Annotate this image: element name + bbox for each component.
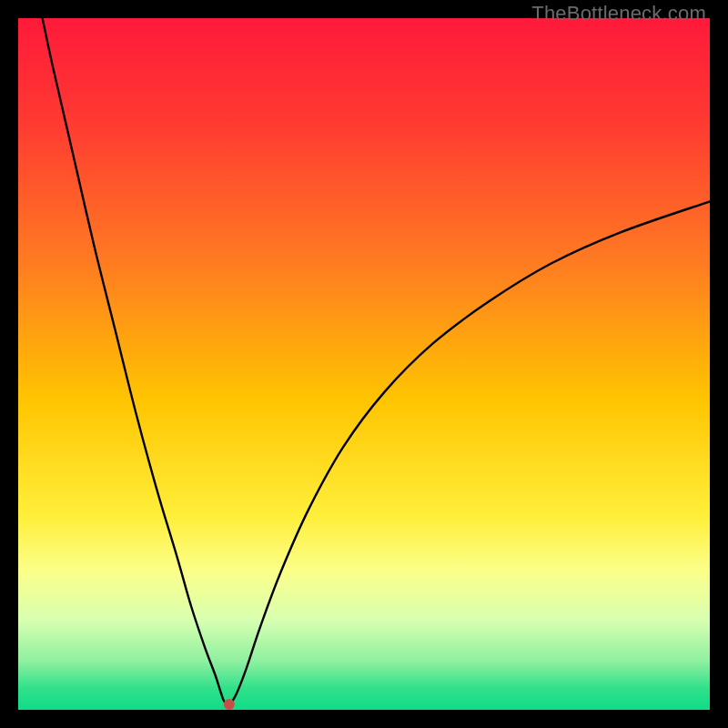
bottleneck-chart [18,18,710,710]
chart-frame [18,18,710,710]
optimal-point-marker [224,699,235,710]
watermark-text: TheBottleneck.com [531,2,706,25]
gradient-background [18,18,710,710]
